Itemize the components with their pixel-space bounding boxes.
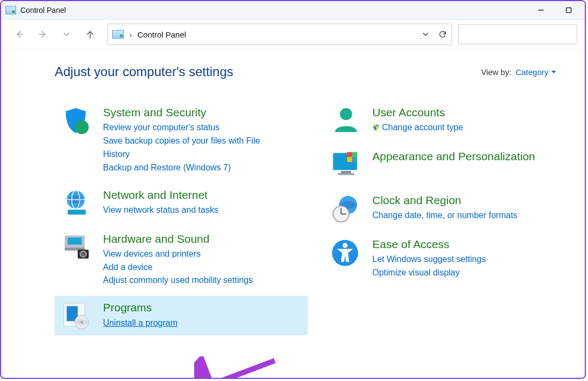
- category-title: Clock and Region: [372, 193, 572, 208]
- control-panel-icon: [5, 6, 16, 14]
- category-title: Appearance and Personalization: [372, 149, 572, 164]
- category-appearance-personalization[interactable]: Appearance and Personalization: [324, 145, 577, 184]
- address-bar[interactable]: › Control Panel: [107, 24, 452, 45]
- task-link-windows-suggest[interactable]: Let Windows suggest settings: [372, 253, 555, 266]
- back-button[interactable]: [9, 24, 30, 45]
- svg-rect-27: [352, 157, 357, 162]
- maximize-button[interactable]: [557, 3, 580, 18]
- clock-globe-icon: [330, 194, 362, 224]
- svg-line-34: [204, 361, 275, 378]
- navigation-bar: › Control Panel: [1, 20, 585, 49]
- svg-rect-22: [341, 171, 351, 173]
- page-title: Adjust your computer's settings: [55, 64, 233, 79]
- accessibility-icon: [330, 238, 362, 268]
- task-link-file-history[interactable]: Save backup copies of your files with Fi…: [103, 135, 285, 161]
- recent-locations-button[interactable]: [56, 24, 77, 45]
- category-title: Programs: [103, 300, 303, 315]
- svg-rect-25: [352, 152, 357, 157]
- categories-column-left: System and Security Review your computer…: [55, 101, 308, 340]
- category-title: Hardware and Sound: [103, 231, 303, 246]
- globe-icon: [61, 189, 93, 219]
- uac-shield-icon: [372, 124, 380, 131]
- view-by-label: View by:: [481, 68, 511, 77]
- category-ease-of-access[interactable]: Ease of Access Let Windows suggest setti…: [324, 233, 577, 284]
- view-by-value: Category: [516, 68, 548, 77]
- address-dropdown-button[interactable]: [421, 30, 430, 39]
- chevron-down-icon: [552, 71, 556, 73]
- svg-point-5: [75, 120, 89, 134]
- programs-icon: [61, 301, 93, 331]
- task-link-network-status[interactable]: View network status and tasks: [103, 204, 285, 217]
- category-hardware-and-sound[interactable]: Hardware and Sound View devices and prin…: [55, 227, 308, 292]
- task-link-add-device[interactable]: Add a device: [103, 261, 285, 274]
- categories-column-right: User Accounts Change account type: [324, 101, 577, 340]
- forward-button[interactable]: [32, 24, 54, 45]
- category-title: Network and Internet: [103, 188, 303, 203]
- view-by-dropdown[interactable]: Category: [516, 68, 556, 77]
- task-link-backup-restore[interactable]: Backup and Restore (Windows 7): [103, 161, 285, 175]
- task-link-change-account-type[interactable]: Change account type: [372, 121, 555, 135]
- task-link-optimize-display[interactable]: Optimize visual display: [372, 266, 555, 280]
- category-programs[interactable]: Programs Uninstall a program: [55, 296, 308, 335]
- breadcrumb-chevron-icon: ›: [129, 30, 132, 39]
- svg-rect-26: [347, 157, 352, 162]
- task-link-review-status[interactable]: Review your computer's status: [103, 121, 285, 135]
- category-title: System and Security: [103, 105, 303, 120]
- monitor-icon: [330, 150, 362, 180]
- shield-icon: [61, 106, 93, 136]
- search-input[interactable]: [458, 24, 577, 44]
- refresh-button[interactable]: [438, 30, 447, 39]
- annotation-arrow-icon: [194, 356, 280, 378]
- svg-rect-1: [567, 8, 571, 13]
- category-user-accounts[interactable]: User Accounts Change account type: [324, 101, 577, 140]
- svg-rect-9: [68, 210, 86, 214]
- titlebar: Control Panel: [1, 1, 585, 20]
- task-link-uninstall-program[interactable]: Uninstall a program: [103, 317, 285, 330]
- breadcrumb-control-panel[interactable]: Control Panel: [137, 30, 186, 39]
- content-area: Adjust your computer's settings View by:…: [1, 49, 585, 378]
- control-panel-window: Control Panel › Control Panel: [0, 0, 586, 379]
- category-network-and-internet[interactable]: Network and Internet View network status…: [55, 183, 308, 223]
- window-title: Control Panel: [20, 6, 66, 14]
- control-panel-mini-icon: [112, 30, 124, 39]
- task-link-change-date-formats[interactable]: Change date, time, or number formats: [372, 209, 555, 222]
- category-title: User Accounts: [372, 105, 572, 120]
- printer-camera-icon: [61, 233, 93, 263]
- svg-rect-11: [68, 237, 82, 244]
- categories-grid: System and Security Review your computer…: [55, 101, 572, 340]
- svg-rect-24: [347, 152, 352, 157]
- svg-point-33: [342, 243, 347, 248]
- page-header-row: Adjust your computer's settings View by:…: [55, 64, 572, 79]
- svg-point-14: [80, 251, 86, 257]
- user-icon: [330, 106, 362, 136]
- category-title: Ease of Access: [372, 237, 572, 252]
- minimize-button[interactable]: [529, 3, 553, 18]
- task-link-devices-printers[interactable]: View devices and printers: [103, 248, 285, 261]
- svg-point-20: [340, 108, 352, 120]
- task-link-mobility-settings[interactable]: Adjust commonly used mobility settings: [103, 274, 285, 287]
- category-system-and-security[interactable]: System and Security Review your computer…: [55, 101, 308, 179]
- svg-rect-23: [338, 173, 354, 175]
- up-button[interactable]: [79, 24, 101, 45]
- category-clock-and-region[interactable]: Clock and Region Change date, time, or n…: [324, 189, 577, 228]
- svg-point-19: [80, 321, 84, 324]
